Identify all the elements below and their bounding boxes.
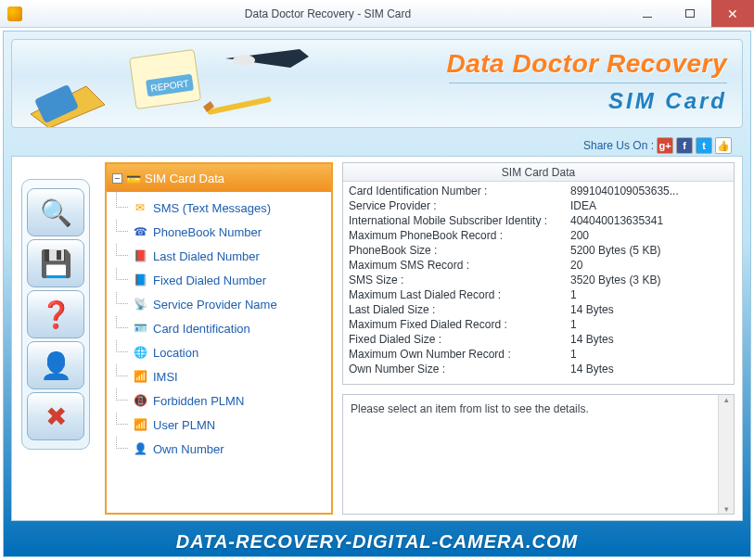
tree-item-label: Forbidden PLMN — [153, 394, 244, 408]
data-value: 8991040109053635... — [570, 184, 728, 198]
tree-panel: − 💳 SIM Card Data ✉SMS (Text Messages)☎P… — [105, 162, 333, 515]
share-label: Share Us On : — [583, 139, 654, 152]
tree-item[interactable]: 📶User PLMN — [129, 413, 331, 437]
data-value: 5200 Bytes (5 KB) — [570, 243, 728, 258]
data-value: 1 — [570, 317, 728, 332]
tree-item-label: Fixed Dialed Number — [153, 274, 266, 287]
save-button[interactable]: 💾 — [27, 239, 84, 287]
data-row: Own Number Size :14 Bytes — [349, 362, 728, 376]
data-row: Maximum Fixed Dialed Record :1 — [349, 317, 728, 332]
tree-item-label: Card Identification — [153, 322, 250, 336]
tree-item[interactable]: 🪪Card Identification — [129, 316, 331, 340]
like-icon[interactable]: 👍 — [715, 137, 732, 154]
minimize-button[interactable] — [626, 0, 669, 27]
data-row: SMS Size :3520 Bytes (3 KB) — [349, 273, 728, 287]
search-sim-button[interactable]: 🔍 — [27, 188, 84, 236]
banner: REPORT Data Doctor Recovery SIM Card — [11, 39, 743, 128]
data-row: PhoneBook Size :5200 Bytes (5 KB) — [349, 243, 728, 258]
share-row: Share Us On : g+ f t 👍 — [583, 137, 732, 154]
data-row: International Mobile Subscriber Identity… — [349, 213, 728, 228]
data-value: 14 Bytes — [570, 302, 728, 317]
tree-item-icon: 📶 — [133, 369, 147, 384]
google-plus-icon[interactable]: g+ — [657, 137, 673, 154]
data-value: 14 Bytes — [570, 332, 728, 347]
tree-item[interactable]: 📕Last Dialed Number — [129, 244, 331, 268]
tree-item-icon: 🪪 — [133, 321, 147, 336]
tree-item-icon: 👤 — [133, 441, 147, 456]
data-row: Service Provider :IDEA — [349, 198, 728, 213]
tree-item-icon: 📘 — [133, 273, 147, 287]
tree-item-icon: 📡 — [133, 297, 147, 312]
details-panel: Please select an item from list to see t… — [342, 394, 735, 515]
data-key: Own Number Size : — [349, 362, 570, 376]
data-key: Maximum Last Dialed Record : — [349, 287, 570, 302]
tree-item-label: Last Dialed Number — [153, 249, 260, 263]
data-key: International Mobile Subscriber Identity… — [349, 213, 570, 228]
data-key: SMS Size : — [349, 273, 570, 287]
tree-item[interactable]: 🌐Location — [129, 340, 331, 364]
data-key: Last Dialed Size : — [349, 302, 570, 317]
data-row: Fixed Dialed Size :14 Bytes — [349, 332, 728, 347]
left-toolbar: 🔍💾❓👤✖ — [21, 179, 90, 450]
data-table: SIM Card Data Card Identification Number… — [342, 162, 735, 385]
tree-item[interactable]: 📡Service Provider Name — [129, 292, 331, 316]
tree-item-label: SMS (Text Messages) — [153, 201, 271, 215]
banner-art-icon: REPORT — [12, 40, 309, 128]
titlebar: Data Doctor Recovery - SIM Card ✕ — [0, 0, 754, 28]
user-button[interactable]: 👤 — [27, 341, 84, 389]
banner-subtitle: SIM Card — [608, 88, 727, 114]
tree-item[interactable]: 📘Fixed Dialed Number — [129, 268, 331, 292]
svg-point-7 — [233, 55, 255, 66]
data-row: Maximum PhoneBook Record :200 — [349, 228, 728, 243]
data-row: Maximum Last Dialed Record :1 — [349, 287, 728, 302]
tree-item-icon: 📕 — [133, 248, 147, 263]
facebook-icon[interactable]: f — [676, 137, 693, 154]
tree-item-label: PhoneBook Number — [153, 225, 262, 239]
help-button[interactable]: ❓ — [27, 290, 84, 338]
tree-item[interactable]: ✉SMS (Text Messages) — [129, 196, 331, 220]
details-placeholder: Please select an item from list to see t… — [351, 402, 589, 415]
data-row: Card Identification Number :899104010905… — [349, 184, 728, 198]
data-key: Maximum PhoneBook Record : — [349, 228, 570, 243]
data-value: 1 — [570, 287, 728, 302]
data-key: Service Provider : — [349, 198, 570, 213]
app-icon — [7, 6, 22, 21]
tree-item-label: IMSI — [153, 370, 178, 384]
data-key: PhoneBook Size : — [349, 243, 570, 258]
tree-item-icon: 🌐 — [133, 345, 147, 360]
tree-item[interactable]: 👤Own Number — [129, 437, 331, 461]
close-window-button[interactable]: ✕ — [711, 0, 754, 27]
tree-item[interactable]: 📵Forbidden PLMN — [129, 388, 331, 413]
sim-card-icon: 💳 — [126, 172, 141, 185]
tree-item-icon: 📵 — [133, 393, 147, 408]
data-value: IDEA — [570, 198, 728, 213]
data-value: 404040013635341 — [570, 213, 728, 228]
banner-title: Data Doctor Recovery — [446, 49, 727, 79]
data-value: 200 — [570, 228, 728, 243]
data-row: Maximum Own Number Record :1 — [349, 347, 728, 362]
tree-item-icon: ✉ — [133, 200, 147, 215]
tree-item[interactable]: 📶IMSI — [129, 364, 331, 388]
collapse-icon[interactable]: − — [112, 173, 122, 184]
tree-item-label: Own Number — [153, 442, 224, 456]
data-row: Maximum SMS Record :20 — [349, 258, 728, 273]
maximize-button[interactable] — [669, 0, 711, 27]
content-panel: 🔍💾❓👤✖ − 💳 SIM Card Data ✉SMS (Text Messa… — [11, 156, 743, 521]
window-title: Data Doctor Recovery - SIM Card — [30, 7, 626, 20]
tree-item[interactable]: ☎PhoneBook Number — [129, 220, 331, 244]
data-table-header: SIM Card Data — [343, 163, 734, 182]
twitter-icon[interactable]: t — [696, 137, 712, 154]
scrollbar[interactable] — [718, 395, 734, 514]
data-value: 20 — [570, 258, 728, 273]
data-key: Fixed Dialed Size : — [349, 332, 570, 347]
data-value: 1 — [570, 347, 728, 362]
data-key: Maximum Fixed Dialed Record : — [349, 317, 570, 332]
tree-item-label: Service Provider Name — [153, 298, 277, 312]
data-key: Maximum Own Number Record : — [349, 347, 570, 362]
data-key: Maximum SMS Record : — [349, 258, 570, 273]
close-button[interactable]: ✖ — [27, 392, 84, 440]
svg-rect-5 — [207, 96, 272, 115]
data-row: Last Dialed Size :14 Bytes — [349, 302, 728, 317]
tree-item-label: Location — [153, 346, 198, 360]
tree-root[interactable]: − 💳 SIM Card Data — [107, 164, 331, 192]
